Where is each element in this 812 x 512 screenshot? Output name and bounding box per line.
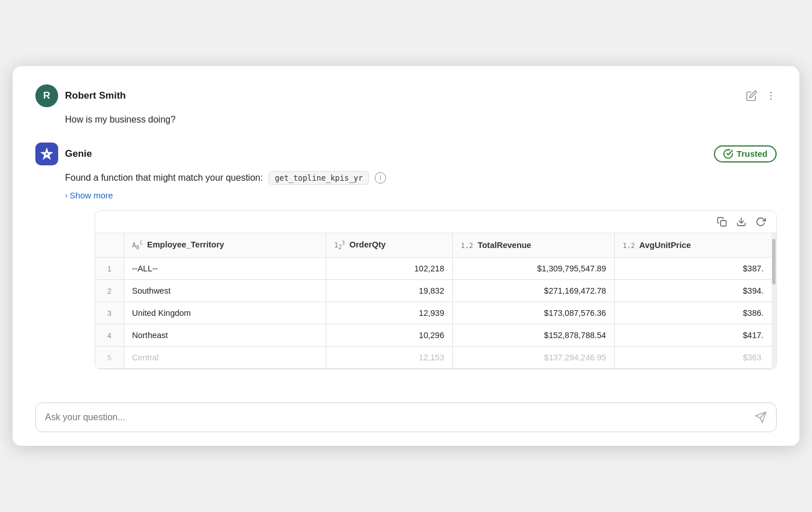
user-message-block: R Robert Smith [35, 84, 777, 127]
user-message-text: How is my business doing? [65, 115, 176, 124]
table-toolbar [95, 211, 776, 233]
genie-avatar [35, 143, 58, 165]
decimal-type-icon-price: 1.2 [623, 242, 635, 250]
table-row: 2 Southwest 19,832 $271,169,472.78 $394. [95, 280, 772, 302]
row-index: 1 [95, 258, 124, 280]
col-total-revenue: 1.2 TotalRevenue [452, 233, 614, 258]
genie-response-line: Found a function that might match your q… [65, 171, 777, 185]
text-type-icon: ABC [132, 241, 143, 249]
svg-point-3 [46, 153, 48, 155]
row-total-revenue: $1,309,795,547.89 [452, 258, 614, 280]
user-avatar: R [35, 84, 58, 107]
edit-icon[interactable] [746, 90, 757, 101]
genie-message-header: Genie Trusted [35, 143, 777, 165]
table-row: 4 Northeast 10,296 $152,878,788.54 $417. [95, 324, 772, 347]
row-index: 5 [95, 347, 124, 369]
col-avg-unit-price: 1.2 AvgUnitPrice [614, 233, 772, 258]
svg-point-1 [770, 95, 772, 97]
row-total-revenue: $173,087,576.36 [452, 302, 614, 324]
row-avg-unit-price: $386. [614, 302, 772, 324]
number-type-icon: 123 [334, 241, 345, 249]
row-order-qty: 12,939 [326, 302, 452, 324]
download-icon[interactable] [736, 217, 746, 227]
svg-rect-4 [721, 221, 726, 226]
row-index: 2 [95, 280, 124, 302]
function-pill: get_topline_kpis_yr [269, 171, 369, 185]
table-row: 5 Central 12,153 $137,294,246.95 $363. [95, 347, 772, 369]
col-employee-territory: ABC Employee_Territory [124, 233, 326, 258]
table-row: 1 --ALL-- 102,218 $1,309,795,547.89 $387… [95, 258, 772, 280]
row-avg-unit-price: $387. [614, 258, 772, 280]
table-scrollbar[interactable] [772, 233, 776, 369]
svg-point-0 [770, 92, 772, 94]
row-order-qty: 10,296 [326, 324, 452, 347]
row-order-qty: 19,832 [326, 280, 452, 302]
row-order-qty: 102,218 [326, 258, 452, 280]
chat-area: R Robert Smith [13, 66, 799, 392]
refresh-icon[interactable] [756, 217, 766, 227]
svg-point-2 [770, 98, 772, 100]
genie-header-left: Genie [35, 143, 92, 165]
show-more-label: Show more [70, 190, 113, 200]
more-options-icon[interactable] [765, 90, 777, 101]
row-avg-unit-price: $363. [614, 347, 772, 369]
row-total-revenue: $137,294,246.95 [452, 347, 614, 369]
trusted-label: Trusted [737, 149, 768, 159]
input-area [13, 392, 799, 446]
copy-icon[interactable] [717, 217, 727, 227]
chevron-right-icon: › [65, 191, 67, 200]
show-more-button[interactable]: › Show more [65, 190, 113, 200]
table-row: 3 United Kingdom 12,939 $173,087,576.36 … [95, 302, 772, 324]
data-table: ABC Employee_Territory 123 OrderQty 1.2 [95, 233, 772, 369]
row-territory: Northeast [124, 324, 326, 347]
input-box [35, 403, 777, 432]
row-territory: Central [124, 347, 326, 369]
function-response-text: Found a function that might match your q… [65, 171, 263, 185]
genie-name: Genie [65, 148, 92, 160]
app-window: R Robert Smith [13, 66, 799, 446]
decimal-type-icon-revenue: 1.2 [461, 242, 473, 250]
question-input[interactable] [45, 412, 749, 422]
row-index: 3 [95, 302, 124, 324]
row-total-revenue: $152,878,788.54 [452, 324, 614, 347]
trusted-badge: Trusted [714, 145, 777, 162]
row-order-qty: 12,153 [326, 347, 452, 369]
row-total-revenue: $271,169,472.78 [452, 280, 614, 302]
row-territory: Southwest [124, 280, 326, 302]
user-message-actions [746, 90, 777, 101]
row-avg-unit-price: $417. [614, 324, 772, 347]
row-avg-unit-price: $394. [614, 280, 772, 302]
row-index: 4 [95, 324, 124, 347]
send-button[interactable] [754, 411, 767, 424]
col-order-qty: 123 OrderQty [326, 233, 452, 258]
user-message-body: How is my business doing? [35, 113, 777, 127]
col-index [95, 233, 124, 258]
info-icon[interactable]: i [375, 172, 386, 184]
data-table-container: ABC Employee_Territory 123 OrderQty 1.2 [95, 210, 777, 369]
row-territory: --ALL-- [124, 258, 326, 280]
genie-message-block: Genie Trusted Found a function that migh… [35, 143, 777, 376]
user-header-left: R Robert Smith [35, 84, 126, 107]
user-name: Robert Smith [65, 90, 126, 101]
genie-message-body: Found a function that might match your q… [35, 171, 777, 376]
row-territory: United Kingdom [124, 302, 326, 324]
scrollbar-thumb [772, 239, 776, 285]
user-message-header: R Robert Smith [35, 84, 777, 107]
